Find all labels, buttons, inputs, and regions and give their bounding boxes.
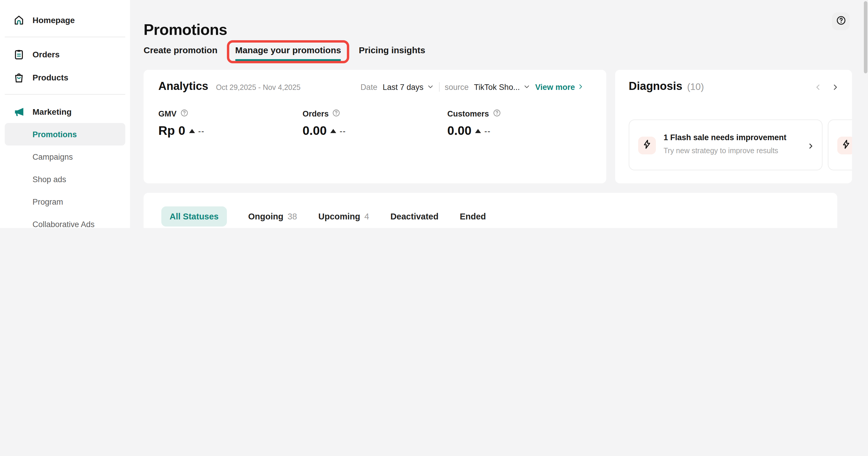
diagnosis-title: Diagnosis — [629, 80, 682, 93]
home-icon — [13, 14, 25, 26]
diagnosis-card[interactable]: 1 Flash sale needs improvement Try new s… — [629, 119, 823, 170]
analytics-title: Analytics — [158, 80, 208, 93]
sidebar-subitem[interactable]: Program — [5, 191, 125, 213]
page-tabs: Create promotion Manage your promotions … — [144, 45, 425, 61]
sidebar-item-label: Products — [32, 73, 68, 82]
carousel-next-icon[interactable] — [831, 83, 839, 93]
sidebar-subitem-label: Campaigns — [32, 152, 73, 161]
metric-customers: Customers 0.00-- — [447, 109, 583, 138]
sidebar-item-label: Homepage — [32, 15, 75, 25]
page-tab[interactable]: Manage your promotions — [235, 45, 341, 61]
chevron-right-icon — [807, 141, 814, 152]
help-circle-icon[interactable] — [493, 109, 501, 119]
sidebar-item[interactable]: Marketing — [0, 100, 130, 123]
trend-up-icon — [330, 129, 336, 133]
page-tab[interactable]: Create promotion — [144, 45, 217, 61]
trend-up-icon — [189, 129, 195, 133]
diagnosis-card-partial[interactable] — [828, 119, 852, 170]
sidebar-item-label: Orders — [32, 49, 60, 59]
sidebar-item[interactable]: Homepage — [0, 8, 130, 31]
date-range-select[interactable]: Last 7 days — [382, 83, 433, 91]
marketing-icon — [13, 106, 25, 117]
active-tab-underline — [235, 59, 341, 61]
carousel-prev-icon[interactable] — [814, 83, 822, 93]
help-button[interactable] — [832, 12, 850, 30]
chevron-right-icon — [577, 83, 584, 91]
source-label: source — [445, 83, 469, 91]
sidebar-subitem-label: Program — [32, 197, 63, 206]
page-title: Promotions — [144, 21, 227, 39]
help-circle-icon[interactable] — [332, 109, 341, 119]
view-more-link[interactable]: View more — [535, 83, 584, 91]
sidebar-item[interactable]: Orders — [0, 42, 130, 66]
trend-up-icon — [475, 129, 481, 133]
status-tab[interactable]: Deactivated — [390, 206, 438, 227]
orders-icon — [13, 48, 25, 60]
flash-icon — [642, 139, 652, 152]
page-tab[interactable]: Pricing insights — [359, 45, 425, 61]
promotions-list-panel: All Statuses Ongoing 38 Upcoming 4 — [144, 193, 837, 228]
app-window: Homepage Homepage — [0, 0, 868, 228]
diagnosis-count: (10) — [687, 82, 704, 92]
metric-orders: Orders 0.00-- — [303, 109, 438, 138]
source-select[interactable]: TikTok Sho... — [474, 83, 530, 91]
status-tabs: All Statuses Ongoing 38 Upcoming 4 — [161, 206, 486, 227]
status-tab[interactable]: Ongoing 38 — [248, 206, 297, 227]
date-label: Date — [361, 83, 377, 91]
analytics-panel: Analytics Oct 29,2025 - Nov 4,2025 Date … — [144, 70, 606, 183]
divider — [439, 82, 439, 92]
status-tab[interactable]: Upcoming 4 — [318, 206, 369, 227]
products-icon — [13, 71, 25, 83]
help-circle-icon[interactable] — [180, 109, 188, 119]
sidebar-item-label: Marketing — [32, 107, 71, 116]
sidebar-divider — [5, 94, 125, 95]
sidebar-divider — [5, 37, 125, 37]
help-circle-icon — [836, 16, 846, 27]
main-content: Promotions Create promotion Manage your … — [130, 0, 868, 228]
chevron-down-icon — [523, 83, 530, 91]
sidebar-subitem[interactable]: Collaborative Ads — [5, 213, 125, 228]
scrollbar-thumb[interactable] — [864, 1, 867, 73]
status-tab[interactable]: Ended — [460, 206, 486, 227]
sidebar-subitem[interactable]: Promotions — [5, 123, 125, 145]
sidebar-item[interactable]: Products — [0, 66, 130, 89]
sidebar-subitem-label: Promotions — [32, 130, 77, 139]
sidebar: Homepage Homepage — [0, 0, 130, 228]
chevron-down-icon — [427, 83, 433, 91]
sidebar-subitem-label: Shop ads — [32, 175, 66, 183]
sidebar-subitem-label: Collaborative Ads — [32, 220, 95, 228]
sidebar-subitem[interactable]: Campaigns — [5, 145, 125, 168]
diagnosis-panel: Diagnosis (10) 1 Flash sale needs improv… — [615, 70, 852, 183]
metric-gmv: GMV Rp 0-- — [158, 109, 294, 138]
analytics-date-range: Oct 29,2025 - Nov 4,2025 — [216, 83, 301, 92]
status-tab[interactable]: All Statuses — [161, 206, 227, 227]
flash-icon — [841, 139, 851, 152]
sidebar-subitem[interactable]: Shop ads — [5, 168, 125, 191]
